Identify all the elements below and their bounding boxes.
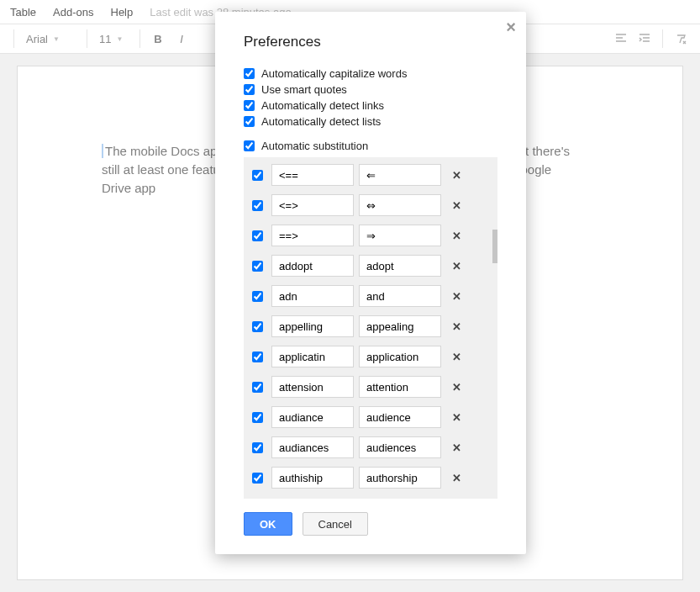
remove-icon[interactable]: ✕ (450, 260, 463, 272)
substitution-checkbox[interactable] (252, 382, 263, 393)
substitution-checkbox[interactable] (252, 170, 263, 181)
remove-icon[interactable]: ✕ (450, 441, 463, 454)
substitution-to-input[interactable] (359, 376, 441, 398)
substitution-checkbox[interactable] (252, 200, 263, 211)
pref-check-label: Use smart quotes (261, 83, 347, 96)
pref-checkbox[interactable] (244, 68, 255, 79)
substitution-checkbox[interactable] (252, 352, 263, 362)
pref-check-label: Automatically detect links (261, 99, 384, 112)
substitution-checkbox[interactable] (252, 442, 263, 453)
substitution-to-input[interactable] (359, 315, 441, 337)
substitution-from-input[interactable] (271, 194, 354, 216)
substitution-from-input[interactable] (271, 467, 354, 489)
pref-check-label: Automatically capitalize words (261, 67, 407, 80)
substitution-checkbox[interactable] (252, 321, 263, 332)
close-icon[interactable]: × (506, 18, 516, 35)
substitution-row: ✕ (249, 346, 492, 367)
substitution-checkbox[interactable] (252, 473, 263, 484)
pref-check-row: Automatically detect lists (215, 114, 526, 130)
substitution-row: ✕ (249, 285, 492, 307)
pref-checkbox[interactable] (244, 100, 255, 111)
scrollbar-thumb[interactable] (492, 230, 497, 263)
dialog-title: Preferences (215, 34, 526, 50)
substitution-to-input[interactable] (359, 164, 441, 186)
remove-icon[interactable]: ✕ (450, 411, 463, 424)
remove-icon[interactable]: ✕ (450, 351, 463, 363)
substitution-row: ✕ (249, 255, 492, 277)
substitution-to-input[interactable] (359, 406, 441, 428)
substitution-from-input[interactable] (271, 406, 354, 428)
substitution-row: ✕ (249, 467, 492, 489)
remove-icon[interactable]: ✕ (450, 320, 463, 333)
pref-check-row: Automatically detect links (215, 98, 526, 114)
substitution-row: ✕ (249, 225, 492, 246)
substitution-checkbox[interactable] (252, 261, 263, 272)
substitution-from-input[interactable] (271, 164, 354, 186)
substitution-from-input[interactable] (271, 285, 354, 307)
substitution-from-input[interactable] (271, 255, 354, 277)
substitution-row: ✕ (249, 164, 492, 186)
remove-icon[interactable]: ✕ (450, 199, 463, 212)
substitution-from-input[interactable] (271, 225, 354, 246)
substitution-row: ✕ (249, 376, 492, 398)
substitution-row: ✕ (249, 315, 492, 337)
remove-icon[interactable]: ✕ (450, 472, 463, 484)
pref-checkbox[interactable] (244, 116, 255, 127)
preferences-dialog: × Preferences Automatically capitalize w… (215, 12, 526, 554)
substitution-from-input[interactable] (271, 436, 354, 458)
substitution-row: ✕ (249, 436, 492, 458)
substitution-from-input[interactable] (271, 346, 354, 367)
remove-icon[interactable]: ✕ (450, 290, 463, 303)
ok-button[interactable]: OK (244, 512, 292, 536)
modal-backdrop: × Preferences Automatically capitalize w… (0, 0, 700, 592)
dialog-buttons: OK Cancel (215, 499, 526, 536)
cancel-button[interactable]: Cancel (303, 512, 368, 536)
remove-icon[interactable]: ✕ (450, 381, 463, 394)
auto-substitution-label: Automatic substitution (261, 140, 368, 152)
substitution-checkbox[interactable] (252, 291, 263, 302)
substitution-from-input[interactable] (271, 376, 354, 398)
pref-checkbox[interactable] (244, 84, 255, 95)
substitution-list: ✕✕✕✕✕✕✕✕✕✕✕ (244, 157, 497, 499)
pref-check-row: Use smart quotes (215, 82, 526, 98)
substitution-to-input[interactable] (359, 436, 441, 458)
pref-check-row: Automatically capitalize words (215, 66, 526, 82)
substitution-to-input[interactable] (359, 285, 441, 307)
substitution-to-input[interactable] (359, 467, 441, 489)
substitution-checkbox[interactable] (252, 230, 263, 241)
pref-check-label: Automatically detect lists (261, 115, 381, 128)
substitution-to-input[interactable] (359, 346, 441, 367)
substitution-to-input[interactable] (359, 225, 441, 246)
substitution-row: ✕ (249, 406, 492, 428)
substitution-to-input[interactable] (359, 255, 441, 277)
substitution-from-input[interactable] (271, 315, 354, 337)
substitution-row: ✕ (249, 194, 492, 216)
remove-icon[interactable]: ✕ (450, 169, 463, 182)
auto-substitution-row: Automatic substitution (215, 138, 526, 154)
remove-icon[interactable]: ✕ (450, 230, 463, 242)
substitution-checkbox[interactable] (252, 412, 263, 423)
auto-substitution-checkbox[interactable] (244, 140, 255, 151)
substitution-to-input[interactable] (359, 194, 441, 216)
